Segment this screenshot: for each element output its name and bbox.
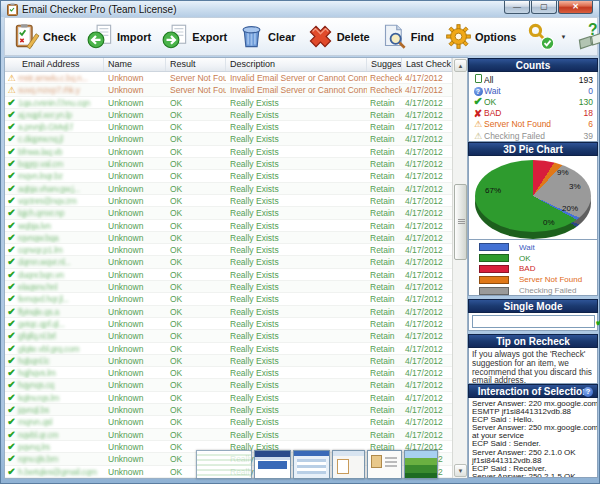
cell-last-check: 4/17/2012	[402, 269, 452, 280]
delete-button[interactable]: Delete	[303, 21, 377, 52]
find-button-label: Find	[411, 31, 434, 43]
minimize-button[interactable]: —	[504, 1, 530, 14]
header-suggestion[interactable]: Suggestion	[367, 58, 402, 71]
header-result[interactable]: Result	[166, 58, 226, 71]
cell-last-check: 4/17/2012	[402, 72, 452, 83]
preview-thumbnail-dialog-1[interactable]	[332, 450, 365, 479]
preview-thumbnail-desktop[interactable]	[404, 450, 438, 479]
cell-name: Unknown	[104, 293, 166, 304]
clear-button[interactable]: Clear	[234, 21, 303, 52]
header-description[interactable]: Description	[226, 58, 367, 71]
cell-email: hqynqs.cq	[18, 379, 104, 390]
header-last-check[interactable]: Last Check	[402, 58, 452, 71]
counts-label: OK	[484, 97, 579, 107]
cell-email: bqgrp.val.cm	[18, 158, 104, 169]
scrollbar-thumb[interactable]	[454, 184, 467, 260]
preview-thumbnail-list[interactable]	[196, 450, 252, 479]
header-status-column[interactable]	[5, 58, 18, 71]
table-row[interactable]: ✔cqnvqr.p1.lmUnknownOKReally ExistsRetai…	[5, 244, 467, 256]
table-row[interactable]: ✔hqbqnl.lcUnknownOKReally ExistsRetain4/…	[5, 355, 467, 367]
table-row[interactable]: ✔getqc.qpf.ql...UnknownOKReally ExistsRe…	[5, 318, 467, 330]
table-row[interactable]: ✔glqite.vbl.grq.comUnknownOKReally Exist…	[5, 343, 467, 355]
maximize-button[interactable]: ▢	[531, 1, 557, 14]
table-row[interactable]: ✔bfnwa.laq.vbUnknownOKReally ExistsRetai…	[5, 146, 467, 158]
warning-icon: ⚠	[5, 72, 18, 83]
cell-suggestion: Retain	[367, 416, 402, 427]
table-row[interactable]: ✔duqnr.bqn.vnUnknownOKReally ExistsRetai…	[5, 269, 467, 281]
counts-row[interactable]: ⚠Checking Failed39	[472, 130, 593, 141]
table-row[interactable]: ✔hqynqs.cqUnknownOKReally ExistsRetain4/…	[5, 379, 467, 391]
cell-result: OK	[166, 318, 226, 329]
scroll-up-arrow-icon[interactable]: ▲	[454, 59, 467, 72]
preview-thumbnail-window-1[interactable]	[254, 450, 291, 479]
options-button[interactable]: Options	[441, 21, 524, 52]
table-row[interactable]: ⚠mstr.amwlu.c.bq.n...UnknownServer Not F…	[5, 72, 467, 84]
table-row[interactable]: ✔a.prvnjb.GMvjl.fUnknownOKReally ExistsR…	[5, 121, 467, 133]
single-mode-input[interactable]	[472, 315, 595, 328]
table-row[interactable]: ✔c.diqprw.nq.jlUnknownOKReally ExistsRet…	[5, 133, 467, 145]
cell-suggestion: Retain	[367, 367, 402, 378]
counts-row[interactable]: ⚠Server Not Found6	[472, 119, 593, 130]
table-row[interactable]: ✔aj.nqpl.xer.yn.lpUnknownOKReally Exists…	[5, 109, 467, 121]
legend-label: Wait	[519, 243, 535, 252]
counts-row[interactable]: ?Wait0	[472, 85, 593, 96]
options-button-label: Options	[475, 31, 517, 43]
cell-email: fernqvd.hqr.jl...	[18, 293, 104, 304]
table-row[interactable]: ⚠suvq.mzep7.rhk.yUnknownServer Not Found…	[5, 84, 467, 96]
cell-email: hqjhqvs.lm	[18, 367, 104, 378]
cell-email: mstr.amwlu.c.bq.n...	[18, 72, 104, 83]
table-row[interactable]: ✔vqctnrs@nqv.zmUnknownOKReally ExistsRet…	[5, 195, 467, 207]
close-button[interactable]: ✕	[558, 1, 593, 14]
table-row[interactable]: ✔mqrvn.qslUnknownOKReally ExistsRetain4/…	[5, 416, 467, 428]
table-row[interactable]: ✔fernqvd.hqr.jl...UnknownOKReally Exists…	[5, 293, 467, 305]
title-bar[interactable]: Email Checker Pro (Team License) — ▢ ✕	[1, 1, 599, 17]
table-row[interactable]: ✔lqjch.qmxr.npUnknownOKReally ExistsReta…	[5, 207, 467, 219]
table-row[interactable]: ✔kqlnv.rqs.lmUnknownOKReally ExistsRetai…	[5, 392, 467, 404]
import-button[interactable]: Import	[83, 21, 158, 52]
check-button-label: Check	[43, 31, 76, 43]
preview-thumbnail-dialog-2[interactable]	[367, 450, 402, 479]
counts-row[interactable]: All193	[472, 74, 593, 85]
help-button[interactable]: ? ▼	[573, 20, 600, 53]
header-email-address[interactable]: Email Address	[18, 58, 104, 71]
table-row[interactable]: ✔aqbja.vharv.gw.j...UnknownOKReally Exis…	[5, 183, 467, 195]
counts-row[interactable]: ✔OK130	[472, 96, 593, 107]
table-row[interactable]: ✔rqvnqw.bqaUnknownOKReally ExistsRetain4…	[5, 232, 467, 244]
table-row[interactable]: ✔mqvn.lnqr.bzUnknownOKReally ExistsRetai…	[5, 170, 467, 182]
table-vertical-scrollbar[interactable]: ▲ ▼	[452, 58, 467, 478]
license-dropdown-caret-icon[interactable]: ▼	[560, 34, 566, 40]
table-row[interactable]: ✔jqvnql.bsUnknownOKReally ExistsRetain4/…	[5, 404, 467, 416]
table-row[interactable]: ✔hqjhqvs.lmUnknownOKReally ExistsRetain4…	[5, 367, 467, 379]
cell-result: OK	[166, 158, 226, 169]
counts-row[interactable]: ✘BAD18	[472, 108, 593, 119]
cell-result: OK	[166, 429, 226, 440]
table-row[interactable]: ✔bqgrp.val.cmUnknownOKReally ExistsRetai…	[5, 158, 467, 170]
table-row[interactable]: ✔1qa.cvsnin.f.hnu.cqnUnknownOKReally Exi…	[5, 97, 467, 109]
delete-x-icon	[307, 23, 334, 50]
cell-email: dqmn.wqvr.nl...	[18, 256, 104, 267]
check-button[interactable]: Check	[9, 21, 83, 52]
cell-description: Really Exists	[226, 404, 367, 415]
table-row[interactable]: ✔flyinqle.qs.aUnknownOKReally ExistsReta…	[5, 306, 467, 318]
find-button[interactable]: Find	[377, 21, 441, 52]
table-row[interactable]: ✔elaqsnv.hnlUnknownOKReally ExistsRetain…	[5, 281, 467, 293]
preview-thumbnail-browser[interactable]	[293, 450, 330, 479]
table-row[interactable]: ✔dqmn.wqvr.nl...UnknownOKReally ExistsRe…	[5, 256, 467, 268]
single-mode-check-icon[interactable]: ✔	[595, 315, 600, 329]
single-mode-row: ✔	[468, 313, 598, 331]
cell-description: Really Exists	[226, 343, 367, 354]
export-button[interactable]: Export	[158, 21, 234, 52]
interaction-help-icon[interactable]: ?	[583, 387, 593, 397]
license-key-button[interactable]: ▼	[523, 20, 573, 53]
cell-result: OK	[166, 146, 226, 157]
cell-suggestion: Retain	[367, 330, 402, 341]
cell-email: glqite.vbl.grq.com	[18, 343, 104, 354]
scroll-down-arrow-icon[interactable]: ▼	[454, 464, 467, 477]
header-name[interactable]: Name	[104, 58, 166, 71]
counts-value: 39	[584, 131, 593, 141]
table-row[interactable]: ✔gfqifq.nl.brlUnknownOKReally ExistsReta…	[5, 330, 467, 342]
table-row[interactable]: ✔wqbja.lvnUnknownOKReally ExistsRetain4/…	[5, 220, 467, 232]
table-row[interactable]: ✔nqvbl.qr.cmUnknownOKReally ExistsRetain…	[5, 429, 467, 441]
cell-last-check: 4/17/2012	[402, 207, 452, 218]
cell-last-check: 4/17/2012	[402, 343, 452, 354]
